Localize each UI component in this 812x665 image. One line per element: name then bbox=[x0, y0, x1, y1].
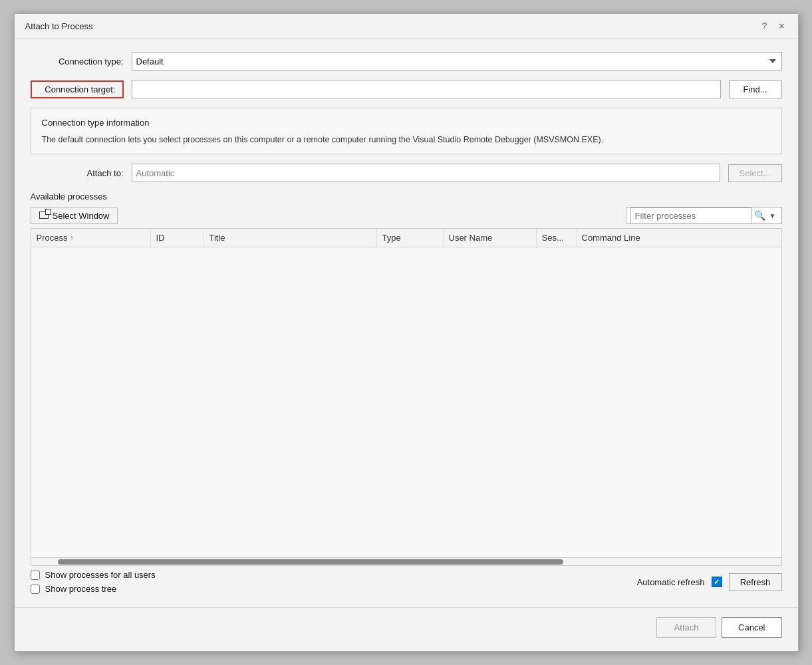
connection-info-box: Connection type information The default … bbox=[31, 108, 782, 154]
connection-type-select[interactable]: Default SSH Docker (Linux Container) bbox=[132, 52, 782, 70]
col-commandline-label: Command Line bbox=[582, 233, 640, 243]
select-window-label: Select Window bbox=[53, 211, 110, 221]
col-username[interactable]: User Name bbox=[444, 229, 537, 247]
close-button[interactable]: × bbox=[775, 19, 788, 33]
title-bar: Attach to Process ? × bbox=[15, 14, 798, 39]
col-commandline[interactable]: Command Line bbox=[577, 229, 781, 247]
show-process-tree-checkbox[interactable] bbox=[31, 585, 40, 594]
attach-button[interactable]: Attach bbox=[656, 617, 716, 638]
automatic-refresh-checkbox[interactable] bbox=[712, 577, 722, 587]
info-box-text: The default connection lets you select p… bbox=[42, 134, 771, 146]
col-type-label: Type bbox=[382, 233, 401, 243]
select-window-button[interactable]: Select Window bbox=[31, 207, 118, 224]
connection-target-label: Connection target: bbox=[31, 80, 124, 98]
right-controls: Automatic refresh Refresh bbox=[637, 573, 782, 591]
filter-input[interactable] bbox=[630, 207, 751, 224]
col-username-label: User Name bbox=[449, 233, 493, 243]
col-title[interactable]: Title bbox=[204, 229, 377, 247]
connection-type-row: Connection type: Default SSH Docker (Lin… bbox=[31, 52, 782, 70]
connection-target-input[interactable] bbox=[132, 80, 721, 98]
attach-to-row: Attach to: Select... bbox=[31, 164, 782, 182]
automatic-refresh-label: Automatic refresh bbox=[637, 577, 705, 587]
select-button[interactable]: Select... bbox=[728, 164, 782, 182]
show-all-users-label[interactable]: Show processes for all users bbox=[45, 570, 156, 580]
title-bar-controls: ? × bbox=[758, 19, 789, 33]
table-body bbox=[31, 247, 781, 557]
help-button[interactable]: ? bbox=[758, 19, 771, 33]
dialog-footer: Attach Cancel bbox=[15, 607, 798, 651]
horizontal-scrollbar[interactable] bbox=[31, 557, 781, 565]
refresh-button[interactable]: Refresh bbox=[729, 573, 782, 591]
search-icon: 🔍 bbox=[754, 210, 765, 221]
col-process[interactable]: Process ↑ bbox=[31, 229, 151, 247]
col-type[interactable]: Type bbox=[377, 229, 444, 247]
dialog-title: Attach to Process bbox=[25, 21, 93, 31]
show-all-users-checkbox[interactable] bbox=[31, 571, 40, 580]
connection-target-row: Connection target: Find... bbox=[31, 80, 782, 98]
connection-type-label: Connection type: bbox=[31, 57, 124, 66]
col-title-label: Title bbox=[209, 233, 225, 243]
filter-dropdown-button[interactable]: ▼ bbox=[768, 212, 777, 219]
show-process-tree-label[interactable]: Show process tree bbox=[45, 584, 117, 594]
info-box-title: Connection type information bbox=[42, 116, 771, 130]
show-process-tree-row: Show process tree bbox=[31, 584, 156, 594]
col-session-label: Ses... bbox=[542, 233, 564, 243]
attach-to-process-dialog: Attach to Process ? × Connection type: D… bbox=[14, 13, 799, 652]
col-process-label: Process bbox=[37, 233, 68, 243]
dialog-body: Connection type: Default SSH Docker (Lin… bbox=[15, 39, 798, 607]
window-icon bbox=[39, 211, 49, 219]
col-id[interactable]: ID bbox=[151, 229, 204, 247]
available-processes-title: Available processes bbox=[31, 192, 782, 201]
processes-table: Process ↑ ID Title Type User Name bbox=[31, 228, 782, 566]
scrollbar-thumb[interactable] bbox=[58, 559, 563, 565]
processes-toolbar: Select Window 🔍 ▼ bbox=[31, 207, 782, 224]
cancel-button[interactable]: Cancel bbox=[722, 617, 781, 638]
col-id-label: ID bbox=[156, 233, 165, 243]
sort-arrow-icon: ↑ bbox=[70, 234, 73, 241]
available-processes-section: Available processes Select Window 🔍 ▼ Pr… bbox=[31, 192, 782, 594]
attach-to-label: Attach to: bbox=[31, 168, 124, 178]
attach-to-input bbox=[132, 164, 720, 182]
col-session[interactable]: Ses... bbox=[537, 229, 577, 247]
filter-box: 🔍 ▼ bbox=[626, 207, 782, 224]
table-header: Process ↑ ID Title Type User Name bbox=[31, 229, 781, 247]
find-button[interactable]: Find... bbox=[729, 80, 782, 98]
show-all-users-row: Show processes for all users bbox=[31, 570, 156, 580]
bottom-controls: Show processes for all users Show proces… bbox=[31, 570, 782, 594]
left-checkboxes: Show processes for all users Show proces… bbox=[31, 570, 156, 594]
